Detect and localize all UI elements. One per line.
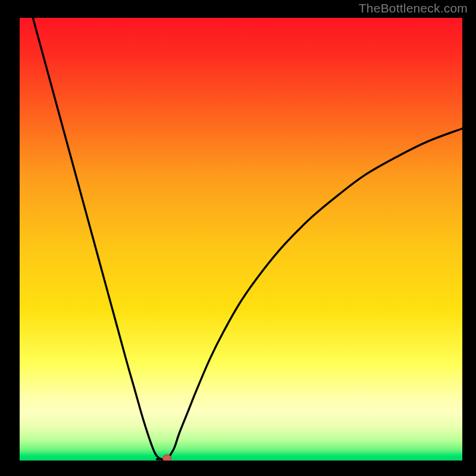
svg-rect-0	[20, 18, 462, 461]
chart-frame: TheBottleneck.com	[0, 0, 476, 476]
optimum-marker	[163, 455, 171, 461]
watermark-text: TheBottleneck.com	[359, 1, 468, 15]
bottleneck-plot	[20, 18, 462, 461]
